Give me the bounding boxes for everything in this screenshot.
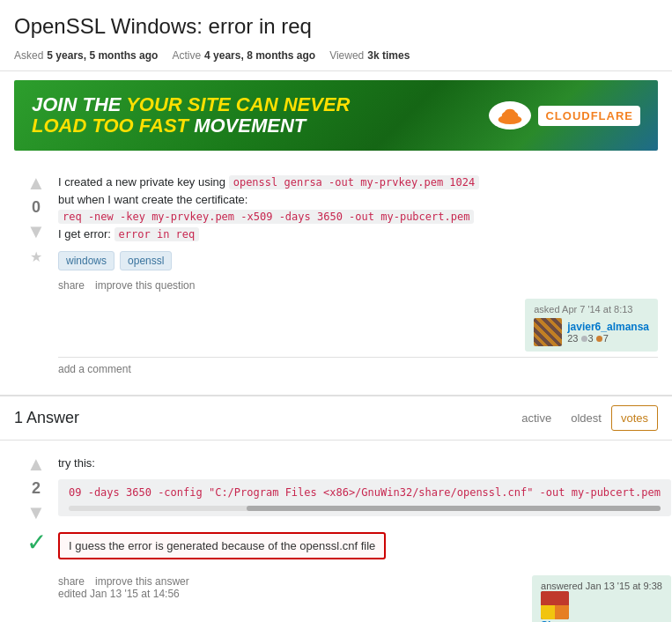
answered-card: answered Jan 13 '15 at 9:38 Shaam 70 11 bbox=[532, 575, 671, 623]
ad-text: JOIN THE YOUR SITE CAN NEVER LOAD TOO FA… bbox=[32, 94, 350, 137]
question-user-rep: 23 3 7 bbox=[567, 333, 649, 344]
asked-value: 5 years, 5 months ago bbox=[47, 49, 158, 62]
answer-code-block: 09 -days 3650 -config "C:/Program Files … bbox=[58, 479, 671, 516]
answer-user-details: Shaam 70 11 bbox=[541, 619, 662, 623]
add-comment-link[interactable]: add a comment bbox=[58, 357, 658, 381]
tag-list: windows openssl bbox=[58, 251, 658, 270]
answer-vote-down-button[interactable]: ▼ bbox=[26, 503, 46, 522]
text-part3: I get error: bbox=[58, 227, 111, 241]
answer-intro: try this: bbox=[58, 456, 95, 470]
active-label: Active bbox=[172, 49, 201, 62]
asked-label: Asked bbox=[14, 49, 43, 62]
answer-vote-count: 2 bbox=[32, 479, 41, 498]
answer-share-link[interactable]: share bbox=[58, 575, 85, 588]
tag-openssl[interactable]: openssl bbox=[120, 251, 172, 270]
share-link[interactable]: share bbox=[58, 279, 85, 292]
answer-user-avatar bbox=[541, 591, 569, 619]
active-value: 4 years, 8 months ago bbox=[204, 49, 315, 62]
answer-text: try this: bbox=[58, 455, 671, 472]
vote-count: 0 bbox=[32, 198, 41, 217]
answer-actions-area: share improve this answer edited Jan 13 … bbox=[58, 575, 189, 600]
question-body: I created a new private key using openss… bbox=[58, 174, 658, 381]
question-user-name[interactable]: javier6_almansa bbox=[567, 321, 649, 333]
answered-timestamp: answered Jan 13 '15 at 9:38 bbox=[541, 581, 662, 591]
accepted-checkmark[interactable]: ✓ bbox=[26, 528, 47, 557]
question-user-details: javier6_almansa 23 3 7 bbox=[567, 321, 649, 344]
ad-brand: CLOUDFLARE bbox=[489, 101, 640, 130]
sort-tab-votes[interactable]: votes bbox=[611, 405, 658, 431]
tag-windows[interactable]: windows bbox=[58, 251, 114, 270]
answer-meta: share improve this answer edited Jan 13 … bbox=[58, 575, 671, 623]
question-meta: Asked 5 years, 5 months ago Active 4 yea… bbox=[0, 46, 672, 71]
improve-question-link[interactable]: improve this question bbox=[95, 279, 195, 292]
answer-actions: share improve this answer bbox=[58, 575, 189, 588]
question-user-info: javier6_almansa 23 3 7 bbox=[534, 318, 649, 346]
answer-vote-up-button[interactable]: ▲ bbox=[26, 455, 46, 474]
question-user-avatar bbox=[534, 318, 562, 346]
page-title: OpenSSL Windows: error in req bbox=[0, 0, 672, 46]
edited-info: edited Jan 13 '15 at 14:56 bbox=[58, 588, 189, 600]
advertisement-banner[interactable]: JOIN THE YOUR SITE CAN NEVER LOAD TOO FA… bbox=[14, 80, 658, 151]
answer-section: ▲ 2 ▼ ✓ try this: 09 -days 3650 -config … bbox=[0, 440, 672, 622]
asked-timestamp: asked Apr 7 '14 at 8:13 bbox=[534, 304, 649, 315]
favorite-button[interactable]: ★ bbox=[30, 248, 42, 265]
text-part1: I created a new private key using bbox=[58, 175, 225, 189]
answer-improve-link[interactable]: improve this answer bbox=[95, 575, 189, 588]
accepted-answer-text: I guess the error is generated because o… bbox=[58, 532, 386, 559]
question-text: I created a new private key using openss… bbox=[58, 174, 658, 242]
viewed-value: 3k times bbox=[367, 49, 410, 62]
question-section: ▲ 0 ▼ ★ I created a new private key usin… bbox=[0, 159, 672, 395]
vote-up-button[interactable]: ▲ bbox=[26, 174, 46, 193]
question-footer: share improve this question asked Apr 7 … bbox=[58, 279, 658, 352]
asked-card: asked Apr 7 '14 at 8:13 javier6_almansa … bbox=[525, 299, 658, 352]
answer-count: 1 Answer bbox=[14, 409, 79, 427]
sort-tab-active[interactable]: active bbox=[512, 405, 561, 431]
answer-body: try this: 09 -days 3650 -config "C:/Prog… bbox=[58, 455, 671, 622]
text-part2: but when I want create the certificate: bbox=[58, 193, 247, 206]
vote-down-button[interactable]: ▼ bbox=[26, 222, 46, 241]
scrollbar-thumb[interactable] bbox=[247, 506, 661, 511]
inline-code-2: error in req bbox=[114, 227, 200, 241]
block-code-inline: req -new -key my-prvkey.pem -x509 -days … bbox=[58, 210, 474, 224]
viewed-label: Viewed bbox=[329, 49, 364, 62]
inline-code-1: openssl genrsa -out my-prvkey.pem 1024 bbox=[229, 175, 480, 189]
answer-code-text: 09 -days 3650 -config "C:/Program Files … bbox=[58, 479, 671, 506]
question-actions: share improve this question bbox=[58, 279, 658, 292]
sort-tabs: active oldest votes bbox=[512, 405, 658, 431]
answer-header: 1 Answer active oldest votes bbox=[0, 395, 672, 440]
svg-point-2 bbox=[505, 109, 515, 116]
horizontal-scrollbar[interactable] bbox=[69, 506, 661, 511]
vote-column: ▲ 0 ▼ ★ bbox=[14, 174, 58, 381]
sort-tab-oldest[interactable]: oldest bbox=[561, 405, 611, 431]
answer-vote-column: ▲ 2 ▼ ✓ bbox=[14, 455, 58, 622]
answer-user-info: Shaam 70 11 bbox=[541, 591, 662, 623]
answer-user-name[interactable]: Shaam bbox=[541, 619, 662, 623]
